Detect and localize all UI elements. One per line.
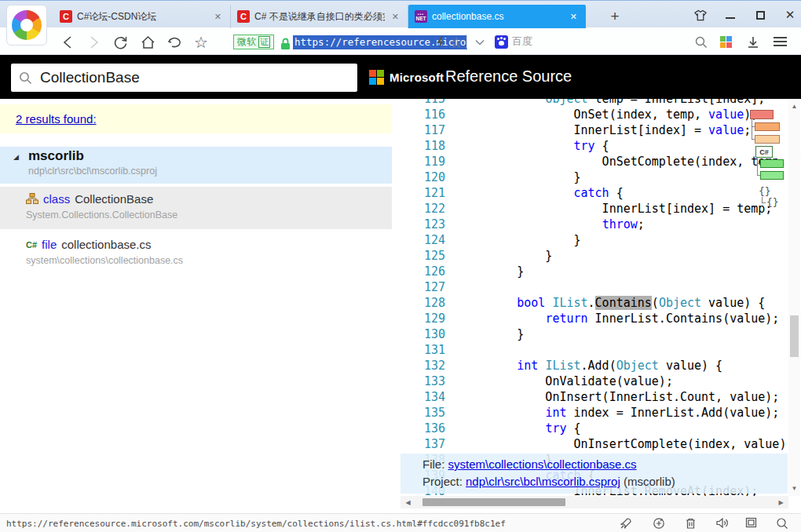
line-number: 119 <box>400 154 445 169</box>
result-subpath: system\collections\collectionbase.cs <box>26 255 183 266</box>
code-text: throw; <box>460 217 645 232</box>
code-line: 120 } <box>400 169 801 185</box>
baidu-icon <box>495 35 508 49</box>
assembly-path: ndp\clr\src\bcl\mscorlib.csproj <box>28 166 157 177</box>
search-go-icon[interactable] <box>693 34 710 51</box>
collapse-triangle-icon[interactable]: ◢ <box>13 153 19 161</box>
tab-csdn-forum[interactable]: C C#论坛-CSDN论坛 ✕ <box>53 5 231 28</box>
scroll-left-icon[interactable]: ◀ <box>402 496 414 508</box>
line-number: 118 <box>400 138 445 154</box>
tab-title: collectionbase.cs <box>432 11 563 22</box>
code-text: } <box>460 264 524 279</box>
reference-source-header: CollectionBase Microsoft Reference Sourc… <box>0 55 801 99</box>
result-kind: file <box>42 238 57 251</box>
scroll-up-icon[interactable]: ▲ <box>788 100 800 112</box>
code-line: 133 OnValidate(value); <box>400 373 801 389</box>
line-number: 117 <box>400 122 445 138</box>
result-label: CollectionBase <box>75 192 153 206</box>
browser-logo[interactable] <box>6 5 47 46</box>
maximize-button[interactable] <box>754 9 766 21</box>
back-button[interactable] <box>60 34 77 51</box>
code-text: int IList.Add(Object value) { <box>460 358 722 373</box>
search-icon <box>19 71 32 85</box>
code-text: OnSet(index, temp, value); <box>460 107 758 122</box>
result-kind: class <box>43 192 70 206</box>
vertical-scroll-thumb[interactable] <box>790 315 799 357</box>
code-text: InnerList[index] = temp; <box>460 201 772 217</box>
line-number: 124 <box>400 232 445 248</box>
zoom-search-icon[interactable] <box>776 517 788 530</box>
home-button[interactable] <box>139 34 156 51</box>
apps-grid-icon[interactable] <box>720 36 732 48</box>
tab-close-icon[interactable]: ✕ <box>568 12 580 22</box>
file-label: File: <box>422 457 444 471</box>
results-summary-link[interactable]: 2 results found: <box>16 112 97 126</box>
code-line: 136 try { <box>400 421 801 436</box>
line-number: 127 <box>400 279 445 295</box>
horizontal-scrollbar[interactable]: ◀ ▶ <box>400 496 788 508</box>
assembly-group-mscorlib[interactable]: ◢ mscorlib ndp\clr\src\bcl\mscorlib.cspr… <box>0 147 392 184</box>
tab-close-icon[interactable]: ✕ <box>212 12 224 22</box>
code-line: 126 } <box>400 264 801 279</box>
site-search-input[interactable]: CollectionBase <box>11 64 357 92</box>
status-bar: https://referencesource.microsoft.com/ms… <box>0 513 801 532</box>
web-search-box[interactable]: 百度 <box>495 35 532 49</box>
address-dropdown-chevron-icon[interactable] <box>471 34 488 51</box>
downloads-button[interactable] <box>744 34 762 51</box>
code-line: 128 bool IList.Contains(Object value) { <box>400 295 801 311</box>
result-item-class[interactable]: class CollectionBase System.Collections.… <box>0 187 392 229</box>
assembly-name: mscorlib <box>28 148 84 164</box>
line-number: 133 <box>400 373 445 389</box>
tab-close-icon[interactable]: ✕ <box>390 12 401 22</box>
line-number: 137 <box>400 436 445 452</box>
code-line: 116 OnSet(index, temp, value); <box>400 107 801 122</box>
code-text: try { <box>460 138 609 154</box>
secure-lock-icon[interactable] <box>276 35 294 53</box>
forward-button[interactable] <box>85 34 102 51</box>
trash-clean-icon[interactable] <box>685 517 697 530</box>
cert-mark: 证 <box>258 36 270 48</box>
code-line: 115 Object temp = InnerList[index]; <box>400 99 801 107</box>
favorites-button[interactable]: ☆ <box>192 34 210 51</box>
project-link[interactable]: ndp\clr\src\bcl\mscorlib.csproj <box>466 475 620 488</box>
bookmark-star-icon[interactable]: ☆ <box>448 34 465 51</box>
new-tab-button[interactable]: + <box>605 5 625 28</box>
code-text: InnerList[index] = value; <box>460 122 751 138</box>
speed-mode-icon[interactable] <box>653 517 665 530</box>
code-line: 119 OnSetComplete(index, temp, value); <box>400 154 801 169</box>
code-line: 124 } <box>400 232 801 248</box>
cert-name: 微软 <box>237 35 256 49</box>
code-text: bool IList.Contains(Object value) { <box>460 295 765 311</box>
line-number: 134 <box>400 389 445 405</box>
tabs: C C#论坛-CSDN论坛 ✕ C C# 不是说继承自接口的类必须实 ✕ •••… <box>53 5 586 28</box>
code-line: 118 try { <box>400 138 801 154</box>
volume-icon[interactable] <box>715 517 728 530</box>
restore-closed-tab-button[interactable] <box>166 34 183 51</box>
scroll-right-icon[interactable]: ▶ <box>775 496 787 508</box>
vertical-scrollbar[interactable]: ▲ ▼ <box>788 99 800 496</box>
navigation-toolbar: ☆ 微软 证 https://referencesource.micro ☆ 百… <box>0 28 801 55</box>
status-url: https://referencesource.microsoft.com/ms… <box>6 519 506 529</box>
code-line: 127 <box>400 279 801 295</box>
tab-title: C# 不是说继承自接口的类必须实 <box>254 10 385 24</box>
restore-window-icon[interactable] <box>745 517 758 530</box>
code-text: } <box>460 232 581 248</box>
menu-button[interactable] <box>774 37 787 49</box>
minimize-button[interactable] <box>724 9 737 21</box>
scroll-down-icon[interactable]: ▼ <box>788 483 800 494</box>
tab-collectionbase-active[interactable]: •••NET collectionbase.cs ✕ <box>408 5 586 28</box>
boost-rocket-icon[interactable] <box>620 517 632 530</box>
file-project-overlay: File: system\collections\collectionbase.… <box>400 454 788 494</box>
close-button[interactable]: ✕ <box>784 9 796 21</box>
quick-access-lightning-icon[interactable] <box>431 34 448 51</box>
reload-button[interactable] <box>112 34 129 51</box>
result-item-file[interactable]: C# file collectionbase.cs system\collect… <box>0 232 392 275</box>
code-line: 134 OnInsert(InnerList.Count, value); <box>400 389 801 405</box>
microsoft-logo[interactable]: Microsoft <box>369 70 444 85</box>
theme-skin-icon[interactable] <box>694 9 707 21</box>
tab-csdn-question[interactable]: C C# 不是说继承自接口的类必须实 ✕ <box>231 5 408 28</box>
horizontal-scroll-thumb[interactable] <box>422 498 565 506</box>
line-number: 120 <box>400 169 445 185</box>
file-link[interactable]: system\collections\collectionbase.cs <box>448 457 637 471</box>
certificate-badge[interactable]: 微软 证 <box>233 35 274 49</box>
